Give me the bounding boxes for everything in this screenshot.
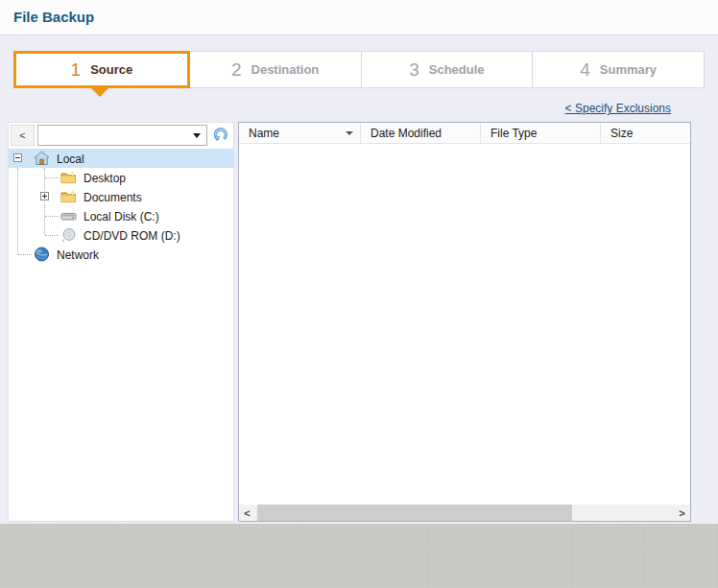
folder-icon <box>60 170 77 185</box>
tree-item-label: Documents <box>84 191 142 204</box>
tree-item-local-disk-c[interactable]: Local Disk (C:) <box>9 206 233 225</box>
column-header-date-modified[interactable]: Date Modified <box>361 123 481 143</box>
tree-toolbar: < <box>11 125 231 146</box>
column-label: File Type <box>491 127 537 140</box>
window-header: File Backup <box>0 0 718 35</box>
tree-item-network[interactable]: Network <box>9 245 233 264</box>
file-list-header: Name Date Modified File Type Size <box>239 123 690 144</box>
column-label: Size <box>610 127 633 140</box>
tree-item-local[interactable]: Local <box>9 149 233 168</box>
chevron-down-icon[interactable] <box>193 133 201 138</box>
drive-icon <box>60 208 77 223</box>
location-combobox-input[interactable] <box>38 126 206 145</box>
tab-summary[interactable]: 4 Summary <box>533 51 705 88</box>
step-number: 2 <box>231 59 242 81</box>
column-header-size[interactable]: Size <box>601 123 690 143</box>
tree-item-cd-dvd-rom-d[interactable]: CD/DVD ROM (D:) <box>9 225 233 245</box>
step-label: Schedule <box>429 62 485 77</box>
source-tree-panel: < <box>8 122 234 522</box>
tree-item-desktop[interactable]: Desktop <box>9 168 233 187</box>
column-header-name[interactable]: Name <box>239 123 361 143</box>
column-label: Name <box>249 127 279 140</box>
page-title: File Backup <box>13 9 94 25</box>
source-tree: Local Desktop <box>9 149 233 521</box>
tree-item-label: Local Disk (C:) <box>84 210 159 223</box>
collapse-icon[interactable] <box>13 153 22 162</box>
tab-destination[interactable]: 2 Destination <box>190 51 362 88</box>
folder-icon <box>60 189 77 204</box>
step-label: Source <box>90 62 132 77</box>
step-label: Destination <box>251 62 320 77</box>
home-icon <box>34 151 50 166</box>
step-number: 3 <box>409 59 419 81</box>
globe-icon <box>34 247 50 262</box>
tree-item-label: Local <box>57 153 84 166</box>
scroll-left-icon[interactable]: < <box>239 505 255 521</box>
horizontal-scrollbar[interactable]: < > <box>239 505 690 521</box>
step-label: Summary <box>600 62 657 77</box>
cd-icon <box>60 227 77 243</box>
tab-source[interactable]: 1 Source <box>13 51 190 88</box>
tree-item-label: Network <box>57 248 99 262</box>
tree-item-documents[interactable]: Documents <box>9 187 233 206</box>
expand-icon[interactable] <box>40 192 49 200</box>
back-button[interactable]: < <box>11 125 35 146</box>
refresh-button[interactable] <box>210 125 231 146</box>
column-header-file-type[interactable]: File Type <box>481 123 601 143</box>
tree-item-label: Desktop <box>84 172 126 185</box>
scrollbar-thumb[interactable] <box>257 505 572 521</box>
location-combobox[interactable] <box>37 125 207 146</box>
wizard-steps: 1 Source 2 Destination 3 Schedule 4 Summ… <box>13 51 705 88</box>
file-backup-wizard: File Backup 1 Source 2 Destination 3 Sch… <box>0 0 718 588</box>
footer-bar: Next > Cancel <box>0 524 718 588</box>
step-number: 1 <box>71 59 82 81</box>
column-label: Date Modified <box>371 127 442 140</box>
file-list-panel: Name Date Modified File Type Size < > <box>238 122 691 522</box>
tree-item-label: CD/DVD ROM (D:) <box>84 229 180 243</box>
tab-schedule[interactable]: 3 Schedule <box>362 51 534 88</box>
sort-descending-icon[interactable] <box>346 131 353 135</box>
refresh-icon <box>212 126 230 146</box>
scroll-right-icon[interactable]: > <box>674 505 690 521</box>
step-number: 4 <box>580 59 590 81</box>
specify-exclusions-link[interactable]: < Specify Exclusions <box>565 102 671 115</box>
active-tab-pointer-icon <box>91 88 108 97</box>
